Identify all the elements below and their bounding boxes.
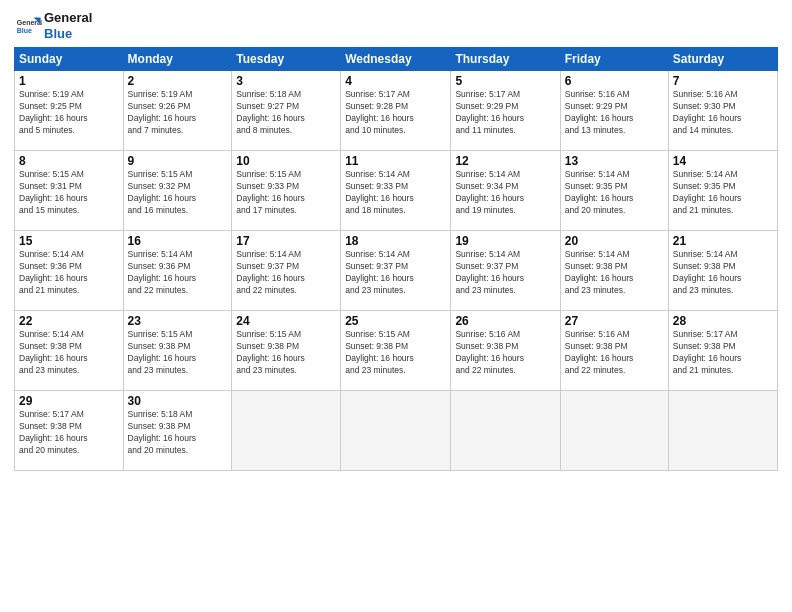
day-info: Sunrise: 5:14 AM Sunset: 9:35 PM Dayligh…	[673, 169, 773, 217]
day-number: 3	[236, 74, 336, 88]
day-cell-26: 26Sunrise: 5:16 AM Sunset: 9:38 PM Dayli…	[451, 311, 560, 391]
day-number: 19	[455, 234, 555, 248]
day-cell-13: 13Sunrise: 5:14 AM Sunset: 9:35 PM Dayli…	[560, 151, 668, 231]
logo-text: General Blue	[44, 10, 92, 41]
day-info: Sunrise: 5:18 AM Sunset: 9:38 PM Dayligh…	[128, 409, 228, 457]
day-info: Sunrise: 5:14 AM Sunset: 9:34 PM Dayligh…	[455, 169, 555, 217]
column-header-wednesday: Wednesday	[341, 48, 451, 71]
day-info: Sunrise: 5:17 AM Sunset: 9:29 PM Dayligh…	[455, 89, 555, 137]
logo: General Blue General Blue	[14, 10, 92, 41]
day-number: 15	[19, 234, 119, 248]
day-info: Sunrise: 5:17 AM Sunset: 9:28 PM Dayligh…	[345, 89, 446, 137]
calendar-week-5: 29Sunrise: 5:17 AM Sunset: 9:38 PM Dayli…	[15, 391, 778, 471]
day-info: Sunrise: 5:15 AM Sunset: 9:38 PM Dayligh…	[236, 329, 336, 377]
day-info: Sunrise: 5:14 AM Sunset: 9:37 PM Dayligh…	[345, 249, 446, 297]
day-info: Sunrise: 5:19 AM Sunset: 9:26 PM Dayligh…	[128, 89, 228, 137]
day-number: 27	[565, 314, 664, 328]
column-header-thursday: Thursday	[451, 48, 560, 71]
day-number: 2	[128, 74, 228, 88]
day-cell-12: 12Sunrise: 5:14 AM Sunset: 9:34 PM Dayli…	[451, 151, 560, 231]
day-number: 14	[673, 154, 773, 168]
day-number: 5	[455, 74, 555, 88]
empty-cell	[560, 391, 668, 471]
day-cell-15: 15Sunrise: 5:14 AM Sunset: 9:36 PM Dayli…	[15, 231, 124, 311]
day-cell-17: 17Sunrise: 5:14 AM Sunset: 9:37 PM Dayli…	[232, 231, 341, 311]
day-cell-3: 3Sunrise: 5:18 AM Sunset: 9:27 PM Daylig…	[232, 71, 341, 151]
day-number: 26	[455, 314, 555, 328]
day-number: 7	[673, 74, 773, 88]
day-number: 25	[345, 314, 446, 328]
day-cell-18: 18Sunrise: 5:14 AM Sunset: 9:37 PM Dayli…	[341, 231, 451, 311]
day-cell-6: 6Sunrise: 5:16 AM Sunset: 9:29 PM Daylig…	[560, 71, 668, 151]
day-info: Sunrise: 5:15 AM Sunset: 9:32 PM Dayligh…	[128, 169, 228, 217]
day-number: 21	[673, 234, 773, 248]
column-header-monday: Monday	[123, 48, 232, 71]
column-header-sunday: Sunday	[15, 48, 124, 71]
day-cell-7: 7Sunrise: 5:16 AM Sunset: 9:30 PM Daylig…	[668, 71, 777, 151]
day-info: Sunrise: 5:15 AM Sunset: 9:31 PM Dayligh…	[19, 169, 119, 217]
calendar-week-3: 15Sunrise: 5:14 AM Sunset: 9:36 PM Dayli…	[15, 231, 778, 311]
day-number: 28	[673, 314, 773, 328]
day-number: 22	[19, 314, 119, 328]
empty-cell	[232, 391, 341, 471]
day-info: Sunrise: 5:14 AM Sunset: 9:37 PM Dayligh…	[236, 249, 336, 297]
day-info: Sunrise: 5:15 AM Sunset: 9:33 PM Dayligh…	[236, 169, 336, 217]
calendar-table: SundayMondayTuesdayWednesdayThursdayFrid…	[14, 47, 778, 471]
day-number: 18	[345, 234, 446, 248]
column-header-friday: Friday	[560, 48, 668, 71]
day-info: Sunrise: 5:19 AM Sunset: 9:25 PM Dayligh…	[19, 89, 119, 137]
day-number: 30	[128, 394, 228, 408]
day-number: 16	[128, 234, 228, 248]
day-info: Sunrise: 5:16 AM Sunset: 9:38 PM Dayligh…	[565, 329, 664, 377]
day-cell-22: 22Sunrise: 5:14 AM Sunset: 9:38 PM Dayli…	[15, 311, 124, 391]
day-cell-9: 9Sunrise: 5:15 AM Sunset: 9:32 PM Daylig…	[123, 151, 232, 231]
day-info: Sunrise: 5:17 AM Sunset: 9:38 PM Dayligh…	[673, 329, 773, 377]
day-info: Sunrise: 5:14 AM Sunset: 9:38 PM Dayligh…	[565, 249, 664, 297]
day-info: Sunrise: 5:14 AM Sunset: 9:35 PM Dayligh…	[565, 169, 664, 217]
empty-cell	[341, 391, 451, 471]
empty-cell	[451, 391, 560, 471]
day-cell-16: 16Sunrise: 5:14 AM Sunset: 9:36 PM Dayli…	[123, 231, 232, 311]
day-cell-14: 14Sunrise: 5:14 AM Sunset: 9:35 PM Dayli…	[668, 151, 777, 231]
day-number: 20	[565, 234, 664, 248]
day-info: Sunrise: 5:14 AM Sunset: 9:37 PM Dayligh…	[455, 249, 555, 297]
day-info: Sunrise: 5:16 AM Sunset: 9:38 PM Dayligh…	[455, 329, 555, 377]
day-number: 11	[345, 154, 446, 168]
day-info: Sunrise: 5:15 AM Sunset: 9:38 PM Dayligh…	[128, 329, 228, 377]
day-info: Sunrise: 5:14 AM Sunset: 9:36 PM Dayligh…	[19, 249, 119, 297]
calendar-week-1: 1Sunrise: 5:19 AM Sunset: 9:25 PM Daylig…	[15, 71, 778, 151]
day-cell-11: 11Sunrise: 5:14 AM Sunset: 9:33 PM Dayli…	[341, 151, 451, 231]
day-number: 9	[128, 154, 228, 168]
day-number: 13	[565, 154, 664, 168]
day-number: 23	[128, 314, 228, 328]
day-number: 29	[19, 394, 119, 408]
day-cell-29: 29Sunrise: 5:17 AM Sunset: 9:38 PM Dayli…	[15, 391, 124, 471]
day-info: Sunrise: 5:14 AM Sunset: 9:36 PM Dayligh…	[128, 249, 228, 297]
day-info: Sunrise: 5:18 AM Sunset: 9:27 PM Dayligh…	[236, 89, 336, 137]
day-info: Sunrise: 5:16 AM Sunset: 9:30 PM Dayligh…	[673, 89, 773, 137]
day-info: Sunrise: 5:14 AM Sunset: 9:33 PM Dayligh…	[345, 169, 446, 217]
day-number: 1	[19, 74, 119, 88]
day-cell-20: 20Sunrise: 5:14 AM Sunset: 9:38 PM Dayli…	[560, 231, 668, 311]
logo-icon: General Blue	[14, 12, 42, 40]
day-number: 17	[236, 234, 336, 248]
day-cell-28: 28Sunrise: 5:17 AM Sunset: 9:38 PM Dayli…	[668, 311, 777, 391]
day-cell-1: 1Sunrise: 5:19 AM Sunset: 9:25 PM Daylig…	[15, 71, 124, 151]
day-cell-4: 4Sunrise: 5:17 AM Sunset: 9:28 PM Daylig…	[341, 71, 451, 151]
day-info: Sunrise: 5:16 AM Sunset: 9:29 PM Dayligh…	[565, 89, 664, 137]
day-cell-23: 23Sunrise: 5:15 AM Sunset: 9:38 PM Dayli…	[123, 311, 232, 391]
calendar-week-2: 8Sunrise: 5:15 AM Sunset: 9:31 PM Daylig…	[15, 151, 778, 231]
day-number: 8	[19, 154, 119, 168]
day-number: 24	[236, 314, 336, 328]
day-cell-8: 8Sunrise: 5:15 AM Sunset: 9:31 PM Daylig…	[15, 151, 124, 231]
day-cell-10: 10Sunrise: 5:15 AM Sunset: 9:33 PM Dayli…	[232, 151, 341, 231]
day-cell-27: 27Sunrise: 5:16 AM Sunset: 9:38 PM Dayli…	[560, 311, 668, 391]
day-number: 6	[565, 74, 664, 88]
day-cell-30: 30Sunrise: 5:18 AM Sunset: 9:38 PM Dayli…	[123, 391, 232, 471]
day-cell-24: 24Sunrise: 5:15 AM Sunset: 9:38 PM Dayli…	[232, 311, 341, 391]
calendar-week-4: 22Sunrise: 5:14 AM Sunset: 9:38 PM Dayli…	[15, 311, 778, 391]
day-number: 4	[345, 74, 446, 88]
day-cell-21: 21Sunrise: 5:14 AM Sunset: 9:38 PM Dayli…	[668, 231, 777, 311]
svg-rect-0	[15, 13, 40, 38]
column-header-tuesday: Tuesday	[232, 48, 341, 71]
